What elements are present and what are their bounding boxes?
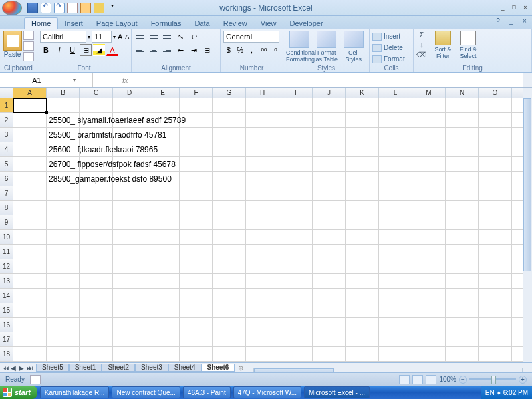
- cell-D9[interactable]: [113, 215, 146, 229]
- cell-J7[interactable]: [313, 186, 346, 200]
- cell-N3[interactable]: [446, 128, 479, 142]
- row-header-4[interactable]: 4: [0, 142, 13, 156]
- cell-D14[interactable]: [113, 289, 146, 303]
- cell-L11[interactable]: [379, 245, 412, 259]
- font-name-select[interactable]: [40, 31, 86, 43]
- row-header-17[interactable]: 17: [0, 332, 13, 346]
- cell-N1[interactable]: [446, 98, 479, 112]
- cell-N4[interactable]: [446, 142, 479, 156]
- col-header-H[interactable]: H: [246, 88, 279, 98]
- autosum-icon[interactable]: Σ: [416, 31, 427, 40]
- cell-O1[interactable]: [479, 98, 512, 112]
- cell-K15[interactable]: [346, 303, 379, 317]
- cell-H12[interactable]: [246, 259, 279, 273]
- row-header-2[interactable]: 2: [0, 113, 13, 127]
- save-icon[interactable]: [27, 3, 38, 13]
- taskbar-item-4[interactable]: Microsoft Excel - ...: [304, 386, 370, 398]
- cell-I6[interactable]: [279, 172, 313, 186]
- cell-E16[interactable]: [146, 318, 180, 332]
- sheet-tab-sheet4[interactable]: Sheet4: [168, 364, 201, 372]
- name-box-dropdown-icon[interactable]: ▾: [73, 77, 81, 83]
- tab-view[interactable]: View: [254, 18, 283, 29]
- cell-L13[interactable]: [379, 274, 412, 288]
- cell-L8[interactable]: [379, 201, 412, 215]
- col-header-E[interactable]: E: [146, 88, 180, 98]
- macro-record-icon[interactable]: [30, 375, 41, 384]
- cell-F18[interactable]: [180, 347, 213, 361]
- cell-I16[interactable]: [279, 318, 313, 332]
- cell-H10[interactable]: [246, 230, 279, 244]
- cell-C10[interactable]: [80, 230, 113, 244]
- cell-I4[interactable]: [279, 142, 313, 156]
- cell-E10[interactable]: [146, 230, 180, 244]
- cell-O2[interactable]: [479, 113, 512, 127]
- sheet-tab-sheet5[interactable]: Sheet5: [36, 364, 69, 372]
- maximize-button[interactable]: □: [509, 4, 519, 12]
- sheet-tab-sheet3[interactable]: Sheet3: [135, 364, 168, 372]
- cell-J5[interactable]: [313, 157, 346, 171]
- cell-B17[interactable]: [47, 332, 80, 346]
- cell-J17[interactable]: [313, 332, 346, 346]
- redo-icon[interactable]: [54, 3, 65, 13]
- cell-J9[interactable]: [313, 215, 346, 229]
- merge-center-icon[interactable]: ⊟: [201, 44, 213, 56]
- cell-J6[interactable]: [313, 172, 346, 186]
- tab-page-layout[interactable]: Page Layout: [90, 18, 144, 29]
- col-header-N[interactable]: N: [446, 88, 479, 98]
- cell-O13[interactable]: [479, 274, 512, 288]
- cell-O7[interactable]: [479, 186, 512, 200]
- ribbon-minimize-icon[interactable]: _: [507, 17, 516, 27]
- cell-H3[interactable]: [246, 128, 279, 142]
- cell-J11[interactable]: [313, 245, 346, 259]
- cell-J15[interactable]: [313, 303, 346, 317]
- cell-C7[interactable]: [80, 186, 113, 200]
- cell-M6[interactable]: [412, 172, 446, 186]
- fill-icon[interactable]: ↓: [416, 41, 427, 50]
- cell-F12[interactable]: [180, 259, 213, 273]
- cell-O8[interactable]: [479, 201, 512, 215]
- cell-A10[interactable]: [13, 230, 47, 244]
- clear-icon[interactable]: ⌫: [416, 51, 427, 60]
- cell-H9[interactable]: [246, 215, 279, 229]
- cell-K5[interactable]: [346, 157, 379, 171]
- cell-C15[interactable]: [80, 303, 113, 317]
- sort-filter-button[interactable]: Sort & Filter: [431, 31, 455, 59]
- cell-K7[interactable]: [346, 186, 379, 200]
- cell-G6[interactable]: [213, 172, 246, 186]
- cell-J8[interactable]: [313, 201, 346, 215]
- cell-D1[interactable]: [113, 98, 146, 112]
- cell-G8[interactable]: [213, 201, 246, 215]
- row-header-12[interactable]: 12: [0, 259, 13, 273]
- cell-M10[interactable]: [412, 230, 446, 244]
- sheet-first-icon[interactable]: ⏮: [3, 364, 9, 372]
- cell-H4[interactable]: [246, 142, 279, 156]
- cell-B12[interactable]: [47, 259, 80, 273]
- taskbar-item-2[interactable]: 46A.3 - Paint: [183, 386, 231, 398]
- cell-D18[interactable]: [113, 347, 146, 361]
- help-icon[interactable]: ?: [493, 17, 503, 27]
- cell-H13[interactable]: [246, 274, 279, 288]
- cell-H18[interactable]: [246, 347, 279, 361]
- cell-H17[interactable]: [246, 332, 279, 346]
- row-header-15[interactable]: 15: [0, 303, 13, 317]
- cell-I15[interactable]: [279, 303, 313, 317]
- cell-O11[interactable]: [479, 245, 512, 259]
- align-top-icon[interactable]: [134, 31, 146, 43]
- cell-B18[interactable]: [47, 347, 80, 361]
- format-cells-button[interactable]: Format: [372, 53, 410, 65]
- cell-G10[interactable]: [213, 230, 246, 244]
- cell-B6[interactable]: 28500_gamaper.foekst dsfo 89500: [47, 172, 80, 186]
- cell-A15[interactable]: [13, 303, 47, 317]
- cell-K16[interactable]: [346, 318, 379, 332]
- col-header-M[interactable]: M: [412, 88, 446, 98]
- cell-F1[interactable]: [180, 98, 213, 112]
- cell-J1[interactable]: [313, 98, 346, 112]
- format-painter-icon[interactable]: [23, 52, 34, 61]
- cell-E14[interactable]: [146, 289, 180, 303]
- cell-D7[interactable]: [113, 186, 146, 200]
- cell-I2[interactable]: [279, 113, 313, 127]
- cell-L3[interactable]: [379, 128, 412, 142]
- cell-G13[interactable]: [213, 274, 246, 288]
- cell-F14[interactable]: [180, 289, 213, 303]
- insert-cells-button[interactable]: Insert: [372, 31, 410, 42]
